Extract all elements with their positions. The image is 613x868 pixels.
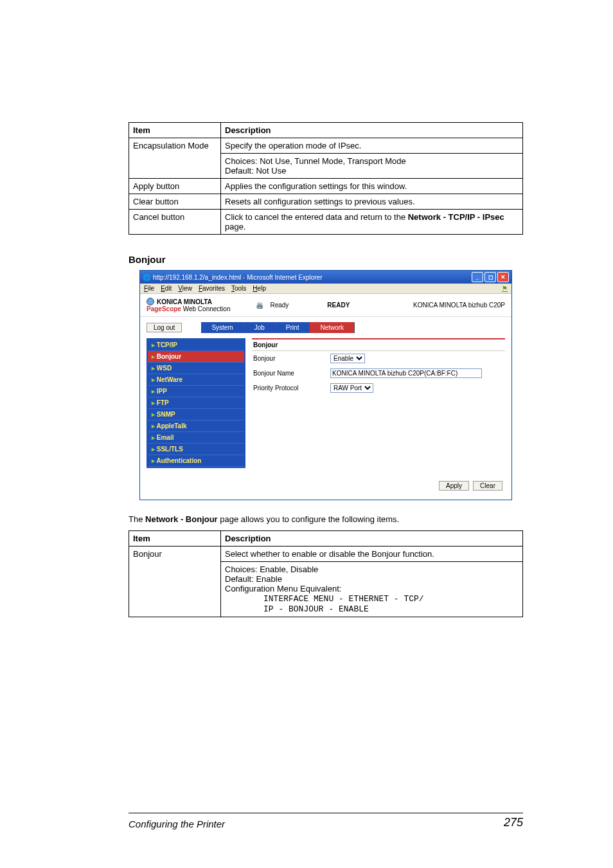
tab-print[interactable]: Print <box>276 322 310 333</box>
menu-view[interactable]: View <box>178 285 192 292</box>
sidebar-item-ssltls[interactable]: SSL/TLS <box>148 444 244 455</box>
select-priority[interactable]: RAW Port <box>330 383 373 393</box>
web-connection-label: Web Connection <box>181 305 231 312</box>
th-item: Item <box>129 531 221 547</box>
td-desc: Resets all configuration settings to pre… <box>221 194 523 210</box>
menu-file[interactable]: File <box>144 285 154 292</box>
tab-network[interactable]: Network <box>310 322 355 333</box>
text: Choices: Not Use, Tunnel Mode, Transport… <box>225 156 406 166</box>
sidebar-item-email[interactable]: Email <box>148 432 244 444</box>
device-name: KONICA MINOLTA bizhub C20P <box>413 302 505 309</box>
td-item: Bonjour <box>129 547 221 617</box>
tab-system[interactable]: System <box>201 322 244 333</box>
ready-status: READY <box>327 302 350 309</box>
sidebar-item-ftp[interactable]: FTP <box>148 397 244 409</box>
sidebar-item-tcpip[interactable]: TCP/IP <box>148 339 244 351</box>
text: Default: Not Use <box>225 166 286 176</box>
clear-button[interactable]: Clear <box>473 481 502 491</box>
td-item: Cancel button <box>129 210 221 235</box>
text: Default: Enable <box>225 574 282 584</box>
th-desc: Description <box>221 123 523 138</box>
menu-help[interactable]: Help <box>253 285 266 292</box>
field-label-bonjour-name: Bonjour Name <box>253 370 324 377</box>
sidebar-item-authentication[interactable]: Authentication <box>148 455 244 467</box>
td-desc: Choices: Not Use, Tunnel Mode, Transport… <box>221 154 523 179</box>
sidebar-item-netware[interactable]: NetWare <box>148 374 244 386</box>
close-button[interactable]: ✕ <box>497 272 509 282</box>
menu-tools[interactable]: Tools <box>231 285 246 292</box>
sidebar-item-snmp[interactable]: SNMP <box>148 409 244 420</box>
printer-icon: 🖨️ <box>256 302 263 309</box>
text: The <box>129 514 145 524</box>
page-number: 275 <box>504 816 523 829</box>
th-desc: Description <box>221 531 523 547</box>
brand-logo-icon <box>147 298 154 305</box>
text: Click to cancel the entered data and ret… <box>225 212 408 222</box>
td-desc: Click to cancel the entered data and ret… <box>221 210 523 235</box>
minimize-button[interactable]: _ <box>472 272 483 282</box>
field-label-priority: Priority Protocol <box>253 384 324 392</box>
menubar: File Edit View Favorites Tools Help ⚑ <box>140 284 511 294</box>
sidebar-item-ipp[interactable]: IPP <box>148 386 244 397</box>
window-title: http://192.168.1.2/a_index.html - Micros… <box>153 274 472 281</box>
ie-flag-icon: ⚑ <box>502 285 508 292</box>
status-label: Ready <box>270 302 289 309</box>
ie-icon: 🌐 <box>143 274 150 281</box>
intro-text: The Network - Bonjour page allows you to… <box>129 514 523 524</box>
text: Choices: Enable, Disable <box>225 565 318 574</box>
table-ipsec: Item Description Encapsulation Mode Spec… <box>129 122 523 235</box>
footer-title: Configuring the Printer <box>129 818 225 829</box>
table-bonjour: Item Description Bonjour Select whether … <box>129 530 523 617</box>
td-desc: Specify the operation mode of IPsec. <box>221 138 523 154</box>
input-bonjour-name[interactable] <box>330 368 482 378</box>
text: Network - Bonjour <box>145 514 218 524</box>
window-titlebar: 🌐 http://192.168.1.2/a_index.html - Micr… <box>140 271 511 284</box>
menu-favorites[interactable]: Favorites <box>199 285 225 292</box>
brand-name: KONICA MINOLTA <box>157 298 212 305</box>
th-item: Item <box>129 123 221 138</box>
field-label-bonjour: Bonjour <box>253 355 324 362</box>
td-item: Apply button <box>129 179 221 194</box>
td-desc: Choices: Enable, Disable Default: Enable… <box>221 562 523 617</box>
panel-title: Bonjour <box>252 338 505 351</box>
sidebar: TCP/IP Bonjour WSD NetWare IPP FTP SNMP … <box>147 338 245 468</box>
page-footer: Configuring the Printer 275 <box>129 813 523 829</box>
logout-button[interactable]: Log out <box>147 323 182 332</box>
text: page allows you to configure the followi… <box>218 514 400 524</box>
sidebar-item-appletalk[interactable]: AppleTalk <box>148 420 244 432</box>
menu-edit[interactable]: Edit <box>161 285 172 292</box>
apply-button[interactable]: Apply <box>439 481 469 491</box>
td-item: Encapsulation Mode <box>129 138 221 179</box>
sidebar-item-bonjour[interactable]: Bonjour <box>148 351 244 363</box>
tab-job[interactable]: Job <box>244 322 276 333</box>
select-bonjour[interactable]: Enable <box>330 354 365 363</box>
screenshot-bonjour: 🌐 http://192.168.1.2/a_index.html - Micr… <box>139 270 512 500</box>
tab-bar: System Job Print Network <box>201 322 355 333</box>
app-header: KONICA MINOLTA PageScope Web Connection … <box>140 294 511 317</box>
pagescope-label: PageScope <box>147 305 181 312</box>
sidebar-item-wsd[interactable]: WSD <box>148 363 244 374</box>
code: IP - BONJOUR - ENABLE <box>225 604 369 614</box>
td-desc: Select whether to enable or disable the … <box>221 547 523 562</box>
td-item: Clear button <box>129 194 221 210</box>
code: INTERFACE MENU - ETHERNET - TCP/ <box>225 594 424 604</box>
heading-bonjour: Bonjour <box>129 254 523 265</box>
maximize-button[interactable]: ◻ <box>484 272 496 282</box>
text: Configuration Menu Equivalent: <box>225 584 341 593</box>
td-desc: Applies the configuration settings for t… <box>221 179 523 194</box>
